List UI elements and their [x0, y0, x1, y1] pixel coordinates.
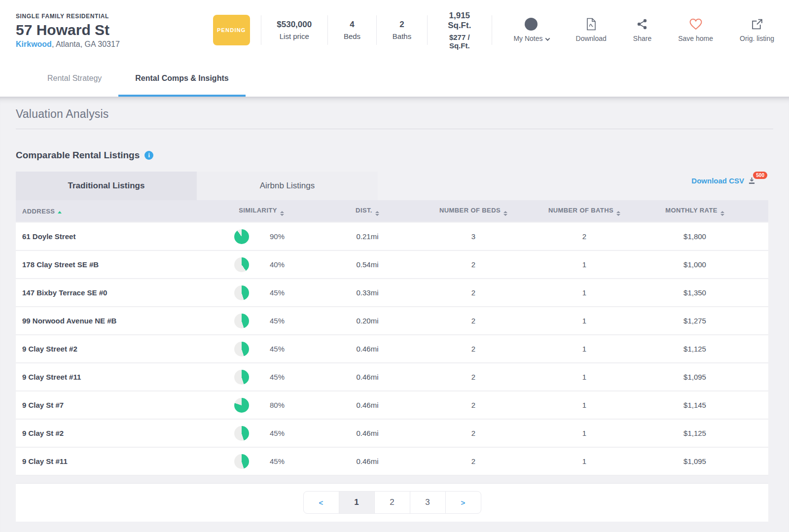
save-home-button[interactable]: Save home	[678, 18, 713, 42]
row-distance: 0.46mi	[316, 345, 419, 353]
row-monthly-rate: $1,095	[641, 373, 768, 381]
row-similarity: 45%	[207, 426, 316, 441]
page-button-1[interactable]: 1	[339, 491, 375, 514]
divider	[492, 15, 492, 45]
row-beds: 2	[419, 288, 528, 297]
page-button-2[interactable]: 2	[374, 491, 410, 514]
table-row[interactable]: 9 Clay Street #2 45% 0.46mi 2 1 $1,125	[16, 335, 768, 363]
similarity-pie-icon	[234, 229, 249, 244]
row-address: 9 Clay Street #2	[16, 345, 207, 353]
stat-baths: 2 Baths	[382, 20, 422, 40]
column-header-dist[interactable]: DIST.	[316, 207, 419, 216]
property-summary: SINGLE FAMILY RESIDENTIAL 57 Howard St K…	[16, 12, 213, 49]
row-beds: 2	[419, 429, 528, 437]
row-distance: 0.46mi	[316, 373, 419, 381]
download-label: Download	[576, 35, 607, 42]
table-row[interactable]: 178 Clay Street SE #B 40% 0.54mi 2 1 $1,…	[16, 251, 768, 279]
row-beds: 2	[419, 401, 528, 409]
subsection-title: Comparable Rental Listings	[16, 150, 140, 161]
section-divider	[16, 129, 773, 129]
table-row[interactable]: 9 Clay St #2 45% 0.46mi 2 1 $1,125	[16, 420, 768, 448]
row-monthly-rate: $1,000	[641, 260, 768, 269]
tab-airbnb-listings[interactable]: Airbnb Listings	[197, 172, 378, 200]
row-address: 9 Clay St #11	[16, 457, 207, 465]
row-similarity: 45%	[207, 342, 316, 356]
table-row[interactable]: 9 Clay St #11 45% 0.46mi 2 1 $1,095	[16, 448, 768, 476]
property-type-label: SINGLE FAMILY RESIDENTIAL	[16, 13, 213, 20]
next-page-button[interactable]: >	[445, 491, 481, 514]
row-baths: 2	[528, 232, 641, 241]
divider	[427, 15, 428, 45]
property-title: 57 Howard St	[16, 22, 213, 38]
row-similarity: 90%	[207, 229, 316, 244]
row-similarity: 45%	[207, 314, 316, 328]
neighborhood-link[interactable]: Kirkwood	[16, 40, 52, 48]
row-distance: 0.46mi	[316, 457, 419, 465]
row-similarity: 45%	[207, 285, 316, 300]
stat-sqft: 1,915 Sq.Ft. $277 / Sq.Ft.	[432, 11, 487, 50]
similarity-value: 80%	[270, 401, 288, 409]
row-address: 61 Doyle Street	[16, 232, 207, 241]
table-row[interactable]: 99 Norwood Avenue NE #B 45% 0.20mi 2 1 $…	[16, 307, 768, 335]
main-tabbar: Rental Strategy Rental Comps & Insights	[0, 60, 789, 97]
table-row[interactable]: 9 Clay Street #11 45% 0.46mi 2 1 $1,095	[16, 363, 768, 391]
row-baths: 1	[528, 457, 641, 465]
row-distance: 0.20mi	[316, 317, 419, 325]
prev-page-button[interactable]: <	[303, 491, 339, 514]
row-distance: 0.54mi	[316, 260, 419, 269]
tab-rental-comps-insights[interactable]: Rental Comps & Insights	[118, 60, 245, 97]
row-monthly-rate: $1,350	[641, 288, 768, 297]
row-baths: 1	[528, 401, 641, 409]
row-baths: 1	[528, 429, 641, 437]
row-baths: 1	[528, 373, 641, 381]
my-notes-button[interactable]: My Notes	[513, 18, 549, 42]
header-actions: My Notes Download Share	[513, 18, 774, 42]
price-per-sqft-value: $277 / Sq.Ft.	[443, 33, 476, 50]
row-distance: 0.46mi	[316, 429, 419, 437]
row-baths: 1	[528, 317, 641, 325]
column-header-baths[interactable]: NUMBER OF BATHS	[528, 207, 641, 216]
tab-traditional-listings[interactable]: Traditional Listings	[16, 172, 197, 200]
table-row[interactable]: 147 Bixby Terrace SE #0 45% 0.33mi 2 1 $…	[16, 279, 768, 307]
column-header-monthly-rate[interactable]: MONTHLY RATE	[641, 207, 768, 216]
row-address: 178 Clay Street SE #B	[16, 260, 207, 269]
comparable-listings-header: Comparable Rental Listings i	[16, 150, 773, 161]
row-similarity: 80%	[207, 398, 316, 413]
listing-type-tabs: Traditional Listings Airbnb Listings	[16, 172, 378, 200]
orig-listing-button[interactable]: Orig. listing	[740, 18, 774, 42]
divider	[261, 15, 261, 45]
divider	[327, 15, 328, 45]
download-csv-label: Download CSV	[691, 177, 744, 185]
sort-icon	[503, 211, 507, 216]
tab-rental-strategy[interactable]: Rental Strategy	[31, 60, 118, 97]
csv-credits-badge: 500	[753, 172, 767, 179]
share-label: Share	[633, 35, 651, 42]
row-address: 9 Clay St #2	[16, 429, 207, 437]
property-location: Kirkwood, Atlanta, GA 30317	[16, 40, 213, 49]
row-beds: 2	[419, 373, 528, 381]
similarity-value: 45%	[270, 373, 288, 381]
column-header-address[interactable]: ADDRESS	[16, 208, 207, 215]
baths-value: 2	[393, 20, 411, 30]
info-icon[interactable]: i	[144, 151, 153, 160]
row-distance: 0.21mi	[316, 232, 419, 241]
table-body: 61 Doyle Street 90% 0.21mi 3 2 $1,800 17…	[16, 222, 768, 476]
page-button-3[interactable]: 3	[410, 491, 446, 514]
row-similarity: 45%	[207, 454, 316, 469]
row-beds: 2	[419, 457, 528, 465]
sort-icon	[720, 211, 724, 216]
row-similarity: 45%	[207, 370, 316, 385]
table-row[interactable]: 61 Doyle Street 90% 0.21mi 3 2 $1,800	[16, 223, 768, 251]
download-pdf-button[interactable]: Download	[576, 18, 607, 42]
row-monthly-rate: $1,095	[641, 457, 768, 465]
download-csv-link[interactable]: Download CSV 500	[691, 177, 755, 185]
table-row[interactable]: 9 Clay St #7 80% 0.46mi 2 1 $1,145	[16, 391, 768, 420]
similarity-value: 45%	[270, 457, 288, 465]
similarity-pie-icon	[234, 426, 249, 441]
similarity-value: 45%	[270, 288, 288, 297]
sort-icon	[616, 211, 620, 216]
similarity-pie-icon	[234, 285, 249, 300]
column-header-beds[interactable]: NUMBER OF BEDS	[419, 207, 528, 216]
column-header-similarity[interactable]: SIMILARITY	[207, 207, 316, 216]
share-button[interactable]: Share	[633, 18, 651, 42]
